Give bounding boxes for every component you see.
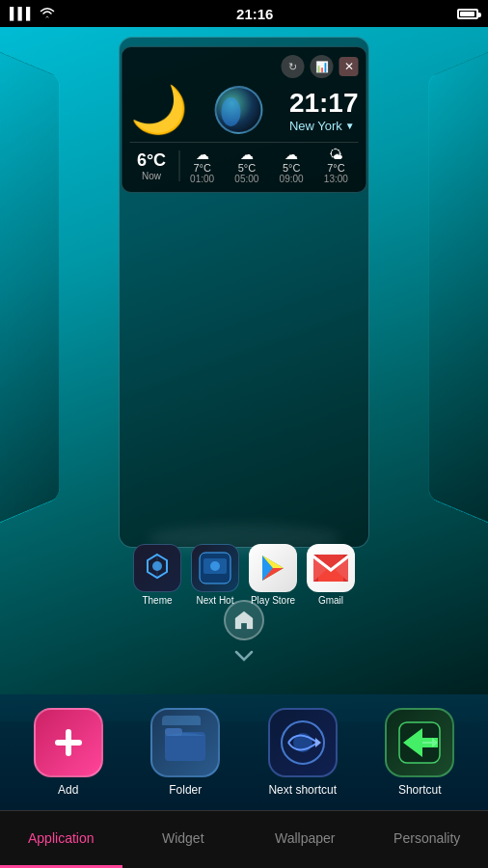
person-icon-right: 🚶 — [481, 248, 488, 282]
tab-wallpaper[interactable]: Wallpaper — [244, 811, 366, 868]
svg-rect-20 — [165, 732, 205, 761]
forecast-cell-3: 🌤 7°C 13:00 — [313, 147, 358, 184]
dock-folder[interactable]: Folder — [150, 708, 220, 797]
signal-icon: ▌▌▌ — [10, 7, 35, 20]
home-button-area — [224, 600, 264, 668]
weather-city: New York ▼ — [289, 119, 359, 133]
tab-application[interactable]: Application — [0, 811, 122, 868]
forecast-icon-3: 🌤 — [315, 147, 356, 162]
wifi-icon — [40, 7, 55, 21]
forecast-time-1: 05:00 — [227, 174, 267, 184]
forecast-icon-2: ☁ — [271, 147, 312, 162]
theme-icon — [133, 544, 181, 592]
svg-rect-19 — [55, 740, 82, 746]
tab-widget[interactable]: Widget — [122, 811, 245, 868]
app-icon-theme[interactable]: Theme — [133, 544, 181, 606]
widget-area: ↻ 📊 ✕ 🌙 21:17 New York ▼ 6°C — [122, 46, 367, 193]
app-icons-row: Theme Next Hot — [119, 544, 369, 606]
tab-bar: Application Widget Wallpaper Personality — [0, 810, 488, 868]
forecast-temp-0: 7°C — [182, 162, 223, 174]
dock-shortcut[interactable]: Shortcut — [385, 708, 454, 797]
chevron-down-icon: ▼ — [345, 121, 355, 131]
forecast-temp-2: 5°C — [271, 162, 312, 174]
svg-point-6 — [210, 561, 220, 571]
forecast-time-3: 13:00 — [315, 174, 356, 184]
add-icon — [34, 708, 103, 777]
app-icon-gmail[interactable]: Gmail — [307, 544, 355, 606]
svg-marker-24 — [315, 738, 321, 747]
current-label: Now — [130, 171, 174, 181]
shortcut-icon — [385, 708, 454, 777]
next-shortcut-icon — [268, 708, 338, 777]
current-temp: 6°C — [130, 150, 174, 171]
home-button[interactable] — [224, 600, 264, 640]
forecast-icon-0: ☁ — [182, 147, 223, 162]
folder-label: Folder — [169, 783, 202, 797]
svg-rect-5 — [205, 576, 225, 580]
forecast-temp-1: 5°C — [227, 162, 267, 174]
playstore-icon — [249, 544, 297, 592]
weather-widget: ↻ 📊 ✕ 🌙 21:17 New York ▼ 6°C — [122, 46, 367, 193]
person-icon-left2: 🚶 — [0, 366, 7, 403]
weather-right-info: 21:17 New York ▼ — [289, 88, 359, 133]
add-label: Add — [58, 783, 78, 797]
chart-button[interactable]: 📊 — [311, 55, 334, 78]
status-time: 21:16 — [236, 6, 273, 22]
dock-add[interactable]: Add — [34, 708, 103, 797]
widget-time: 21:17 — [289, 88, 359, 119]
forecast-now: 6°C Now — [130, 150, 180, 181]
theme-label: Theme — [142, 595, 172, 606]
close-button[interactable]: ✕ — [339, 57, 359, 76]
widget-controls: ↻ 📊 ✕ — [282, 55, 359, 78]
app-icon-playstore[interactable]: Play Store — [249, 544, 297, 606]
gmail-icon — [307, 544, 355, 592]
forecast-time-2: 09:00 — [271, 174, 312, 184]
gmail-label: Gmail — [318, 595, 343, 606]
forecast-cell-0: ☁ 7°C 01:00 — [180, 147, 225, 184]
forecast-icon-1: ☁ — [227, 147, 267, 162]
forecast-temp-3: 7°C — [315, 162, 356, 174]
nexthot-icon — [191, 544, 239, 592]
cube-right: 🚶 🚶 — [428, 30, 488, 545]
folder-icon — [150, 708, 220, 777]
forecast-row: 6°C Now ☁ 7°C 01:00 ☁ 5°C 05:00 ☁ — [130, 142, 359, 184]
refresh-button[interactable]: ↻ — [282, 55, 305, 78]
forecast-cell-1: ☁ 5°C 05:00 — [225, 147, 269, 184]
main-background: 🚶 🚶 🚶 🚶 ↻ 📊 ✕ 🌙 21:17 — [0, 27, 488, 721]
widget-header: ↻ 📊 ✕ — [130, 55, 359, 78]
forecast-cell-2: ☁ 5°C 09:00 — [269, 147, 313, 184]
person-icon-left: 🚶 — [0, 248, 7, 282]
app-icon-nexthot[interactable]: Next Hot — [191, 544, 239, 606]
weather-moon-icon: 🌙 — [130, 87, 188, 133]
status-left: ▌▌▌ — [10, 7, 55, 21]
next-shortcut-label: Next shortcut — [268, 783, 337, 797]
dock-next-shortcut[interactable]: Next shortcut — [268, 708, 338, 797]
forecast-time-0: 01:00 — [182, 174, 223, 184]
battery-icon — [457, 9, 478, 19]
status-bar: ▌▌▌ 21:16 — [0, 0, 488, 27]
status-right-icons — [455, 9, 478, 19]
shortcut-label: Shortcut — [398, 783, 442, 797]
forecast-cells: ☁ 7°C 01:00 ☁ 5°C 05:00 ☁ 5°C 09:00 — [180, 147, 359, 184]
weather-main: 🌙 21:17 New York ▼ — [130, 82, 359, 138]
scroll-indicator — [232, 646, 256, 668]
cube-left: 🚶 🚶 — [0, 30, 60, 545]
person-icon-right2: 🚶 — [481, 366, 488, 403]
tab-personality[interactable]: Personality — [366, 811, 489, 868]
bottom-dock: Add Folder Next shortcut — [0, 694, 488, 810]
earth-image — [214, 86, 262, 134]
